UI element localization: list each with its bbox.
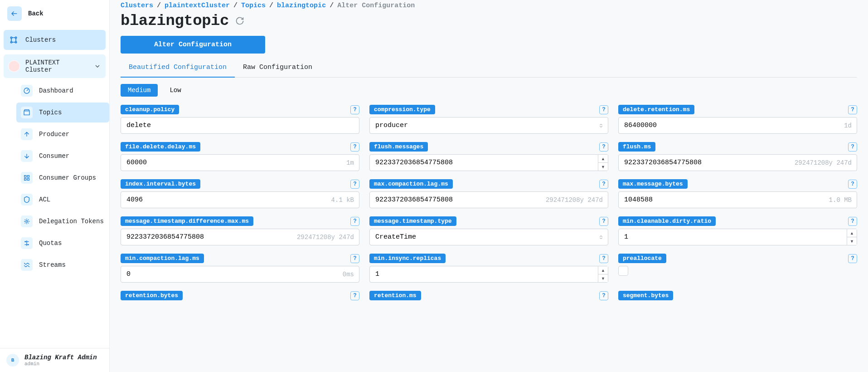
- clusters-icon: [8, 34, 19, 45]
- max-compaction-lag-ms-input[interactable]: [369, 191, 608, 208]
- step-down-button[interactable]: ▼: [598, 274, 608, 282]
- help-icon[interactable]: ?: [350, 217, 359, 226]
- field-label: cleanup.policy: [121, 105, 179, 114]
- sidebar-item-dashboard[interactable]: Dashboard: [16, 81, 109, 101]
- alter-configuration-button[interactable]: Alter Configuration: [121, 36, 265, 54]
- svg-point-11: [28, 245, 29, 245]
- sidebar-item-label: Quotas: [39, 240, 62, 247]
- back-arrow-icon: [7, 6, 22, 21]
- page-title-row: blazingtopic: [121, 12, 857, 29]
- help-icon[interactable]: ?: [848, 180, 857, 189]
- max-message-bytes-input[interactable]: [618, 191, 857, 208]
- svg-point-2: [10, 41, 12, 43]
- field-label: retention.bytes: [121, 291, 183, 300]
- user-footer[interactable]: B Blazing Kraft Admin admin: [0, 348, 109, 372]
- breadcrumb-topic[interactable]: blazingtopic: [277, 2, 326, 10]
- flush-ms-input[interactable]: [618, 154, 857, 171]
- compression-type-select[interactable]: [369, 117, 608, 134]
- help-icon[interactable]: ?: [599, 291, 608, 300]
- help-icon[interactable]: ?: [848, 254, 857, 263]
- help-icon[interactable]: ?: [599, 180, 608, 189]
- sidebar-item-quotas[interactable]: Quotas: [16, 233, 109, 253]
- field-delete-retention-ms: delete.retention.ms ? 1d: [618, 105, 857, 134]
- step-down-button[interactable]: ▼: [598, 163, 608, 171]
- breadcrumb-clusters[interactable]: Clusters: [121, 2, 153, 10]
- help-icon[interactable]: ?: [599, 254, 608, 263]
- tab-raw[interactable]: Raw Configuration: [235, 58, 320, 77]
- step-up-button[interactable]: ▲: [598, 155, 608, 163]
- min-compaction-lag-ms-input[interactable]: [121, 266, 359, 283]
- help-icon[interactable]: ?: [599, 217, 608, 226]
- field-label: max.message.bytes: [618, 179, 688, 189]
- number-stepper: ▲ ▼: [847, 229, 857, 245]
- delete-retention-ms-input[interactable]: [618, 117, 857, 134]
- breadcrumb-topics[interactable]: Topics: [241, 2, 266, 10]
- tab-beautified[interactable]: Beautified Configuration: [121, 58, 235, 78]
- sidebar-item-delegation-tokens[interactable]: Delegation Tokens: [16, 211, 109, 231]
- help-icon[interactable]: ?: [350, 180, 359, 189]
- sidebar-clusters-label: Clusters: [25, 36, 56, 44]
- field-label: message.timestamp.type: [369, 216, 456, 226]
- field-max-message-bytes: max.message.bytes ? 1.0 MB: [618, 179, 857, 208]
- field-cleanup-policy: cleanup.policy ?: [121, 105, 359, 134]
- step-down-button[interactable]: ▼: [847, 237, 857, 245]
- field-label: min.insync.replicas: [369, 254, 446, 263]
- number-stepper: ▲ ▼: [598, 266, 608, 283]
- pill-medium[interactable]: Medium: [121, 84, 158, 97]
- help-icon[interactable]: ?: [350, 105, 359, 114]
- help-icon[interactable]: ?: [848, 217, 857, 226]
- help-icon[interactable]: ?: [848, 142, 857, 152]
- help-icon[interactable]: ?: [599, 105, 608, 114]
- breadcrumb: Clusters / plaintextCluster / Topics / b…: [121, 0, 857, 10]
- step-up-button[interactable]: ▲: [598, 266, 608, 274]
- message-timestamp-type-select[interactable]: [369, 229, 608, 245]
- field-preallocate: preallocate ?: [618, 254, 857, 283]
- field-label: file.delete.delay.ms: [121, 142, 200, 152]
- sidebar-item-consumer[interactable]: Consumer: [16, 146, 109, 166]
- pill-low[interactable]: Low: [162, 84, 188, 97]
- field-label: segment.bytes: [618, 291, 673, 300]
- breadcrumb-cluster[interactable]: plaintextCluster: [165, 2, 230, 10]
- sidebar-item-acl[interactable]: ACL: [16, 190, 109, 210]
- field-label: flush.ms: [618, 142, 655, 152]
- min-cleanable-dirty-ratio-input[interactable]: [618, 229, 847, 245]
- svg-point-0: [10, 37, 12, 38]
- flush-messages-input[interactable]: [369, 154, 598, 171]
- svg-point-10: [25, 241, 25, 242]
- refresh-icon[interactable]: [235, 16, 244, 25]
- sidebar-item-producer[interactable]: Producer: [16, 124, 109, 144]
- sidebar-item-consumer-groups[interactable]: Consumer Groups: [16, 168, 109, 188]
- sidebar-item-label: Delegation Tokens: [39, 218, 104, 225]
- help-icon[interactable]: ?: [848, 105, 857, 114]
- help-icon[interactable]: ?: [599, 142, 608, 152]
- help-icon[interactable]: ?: [350, 142, 359, 152]
- cluster-selector[interactable]: PLAINTEXT Cluster: [4, 54, 106, 78]
- sidebar-item-streams[interactable]: Streams: [16, 255, 109, 275]
- chevron-down-icon: [94, 63, 101, 70]
- sidebar-item-label: Consumer Groups: [39, 174, 96, 181]
- delegation-tokens-icon: [21, 215, 33, 227]
- field-label: message.timestamp.difference.max.ms: [121, 216, 253, 226]
- step-up-button[interactable]: ▲: [847, 229, 857, 237]
- back-button[interactable]: Back: [0, 0, 109, 27]
- quotas-icon: [21, 237, 33, 249]
- svg-point-1: [15, 37, 16, 38]
- svg-point-9: [26, 220, 28, 222]
- sidebar-item-topics[interactable]: Topics: [16, 103, 109, 122]
- user-role: admin: [24, 361, 97, 367]
- message-timestamp-difference-max-ms-input[interactable]: [121, 229, 359, 245]
- subnav: Dashboard Topics Producer Consumer Consu…: [0, 81, 109, 277]
- preallocate-checkbox[interactable]: [618, 266, 628, 276]
- index-interval-bytes-input[interactable]: [121, 191, 359, 208]
- field-label: flush.messages: [369, 142, 428, 152]
- sidebar-item-clusters[interactable]: Clusters: [4, 30, 106, 50]
- cleanup-policy-input[interactable]: [121, 117, 359, 134]
- help-icon[interactable]: ?: [350, 291, 359, 300]
- min-insync-replicas-input[interactable]: [369, 266, 598, 283]
- help-icon[interactable]: ?: [350, 254, 359, 263]
- avatar-initial: B: [11, 357, 15, 363]
- streams-icon: [21, 259, 33, 271]
- file-delete-delay-ms-input[interactable]: [121, 154, 359, 171]
- sidebar-item-label: Streams: [39, 261, 66, 269]
- field-index-interval-bytes: index.interval.bytes ? 4.1 kB: [121, 179, 359, 208]
